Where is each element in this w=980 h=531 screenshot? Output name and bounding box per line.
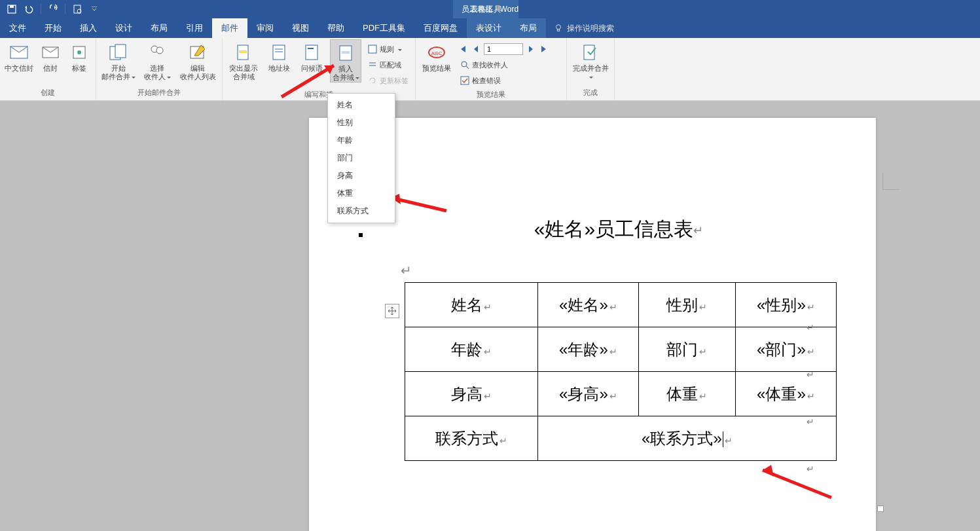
- last-icon: [540, 45, 548, 53]
- insert-merge-field-button[interactable]: 插入合并域: [330, 39, 361, 82]
- tab-help[interactable]: 帮助: [318, 18, 354, 38]
- document-icon: [73, 5, 82, 14]
- preview-results-button[interactable]: ABC 预览结果: [420, 39, 454, 73]
- field-option-department[interactable]: 部门: [328, 149, 395, 167]
- document-heading[interactable]: «姓名»员工信息表↵: [401, 216, 837, 243]
- save-icon: [7, 5, 16, 14]
- save-button[interactable]: [4, 1, 20, 17]
- svg-point-4: [556, 25, 561, 29]
- match-fields-button[interactable]: 匹配域: [365, 58, 411, 72]
- tab-insert[interactable]: 插入: [71, 18, 106, 38]
- field-option-weight[interactable]: 体重: [328, 185, 395, 202]
- rules-button[interactable]: 规则: [365, 42, 411, 56]
- table-move-handle[interactable]: [385, 304, 399, 318]
- tab-layout[interactable]: 布局: [141, 18, 177, 38]
- tab-references[interactable]: 引用: [177, 18, 212, 38]
- group-finish: 完成并合并 完成: [567, 38, 615, 100]
- edit-list-icon: [189, 44, 206, 61]
- group-write-insert-fields: 突出显示合并域 地址块 问候语 插入合并域 规则 匹配域 更新标签 编写和插: [223, 38, 416, 100]
- insert-merge-field-dropdown: 姓名 性别 年龄 部门 身高 体重 联系方式: [327, 93, 395, 223]
- check-errors-button[interactable]: 检查错误: [458, 73, 562, 88]
- next-icon: [528, 45, 534, 53]
- lightbulb-icon: [554, 24, 563, 33]
- update-labels-button: 更新标签: [365, 73, 411, 88]
- first-record-button[interactable]: [458, 44, 468, 54]
- last-record-button[interactable]: [539, 44, 549, 54]
- rules-icon: [368, 45, 377, 54]
- svg-rect-29: [461, 77, 469, 84]
- record-nav: [458, 42, 562, 56]
- finish-merge-button[interactable]: 完成并合并: [571, 39, 610, 81]
- greeting-icon: [304, 44, 319, 61]
- tell-me-label: 操作说明搜索: [567, 23, 614, 34]
- field-option-name[interactable]: 姓名: [328, 96, 395, 114]
- employee-info-table[interactable]: 姓名↵ «姓名»↵ 性别↵ «性别»↵ 年龄↵ «年龄»↵ 部门↵ «部门»↵ …: [405, 282, 837, 461]
- table-row[interactable]: 姓名↵ «姓名»↵ 性别↵ «性别»↵: [405, 283, 837, 327]
- table-row[interactable]: 身高↵ «身高»↵ 体重↵ «体重»↵: [405, 372, 837, 416]
- greeting-line-button[interactable]: 问候语: [297, 39, 326, 73]
- highlight-merge-fields-button[interactable]: 突出显示合并域: [227, 39, 261, 81]
- row-end-mark: ↵: [807, 464, 814, 474]
- redo-icon: [48, 5, 58, 14]
- edit-recipients-button[interactable]: 编辑收件人列表: [177, 39, 218, 81]
- field-option-contact[interactable]: 联系方式: [328, 202, 395, 220]
- svg-rect-1: [10, 5, 14, 8]
- search-icon: [460, 60, 469, 69]
- start-mail-merge-button[interactable]: 开始邮件合并: [100, 39, 137, 81]
- svg-point-27: [462, 62, 467, 67]
- tab-table-design[interactable]: 表设计: [467, 18, 511, 38]
- page-corner-marker: [882, 173, 899, 190]
- recipients-icon: [149, 44, 166, 61]
- table-row[interactable]: 联系方式↵ «联系方式»↵: [405, 416, 837, 461]
- tab-pdf[interactable]: PDF工具集: [354, 18, 414, 38]
- tab-design[interactable]: 设计: [106, 18, 141, 38]
- insert-field-icon: [338, 45, 353, 62]
- move-icon: [388, 306, 397, 316]
- tab-view[interactable]: 视图: [283, 18, 318, 38]
- check-icon: [460, 76, 469, 85]
- label-icon: [72, 45, 86, 60]
- chinese-envelope-button[interactable]: 中文信封: [4, 39, 34, 73]
- field-option-gender[interactable]: 性别: [328, 114, 395, 132]
- tab-file[interactable]: 文件: [0, 18, 35, 38]
- group-preview-results: ABC 预览结果 查找收件人 检查错误 预览结果: [416, 38, 567, 100]
- record-number-input[interactable]: [484, 43, 523, 55]
- redo-button[interactable]: [45, 1, 61, 17]
- find-recipient-button[interactable]: 查找收件人: [458, 58, 562, 72]
- envelope-button[interactable]: 信封: [38, 39, 63, 73]
- table-row[interactable]: 年龄↵ «年龄»↵ 部门↵ «部门»↵: [405, 327, 837, 372]
- address-block-button[interactable]: 地址块: [264, 39, 293, 73]
- chevron-down-icon: [92, 7, 97, 12]
- tab-review[interactable]: 审阅: [247, 18, 283, 38]
- prev-record-button[interactable]: [471, 44, 481, 54]
- tab-baidu[interactable]: 百度网盘: [414, 18, 467, 38]
- tab-home[interactable]: 开始: [35, 18, 71, 38]
- labels-button[interactable]: 标签: [67, 39, 92, 73]
- select-recipients-button[interactable]: 选择收件人: [141, 39, 173, 81]
- anchor-dot: [359, 233, 363, 237]
- tell-me-search[interactable]: 操作说明搜索: [554, 18, 614, 38]
- row-end-mark: ↵: [807, 416, 814, 427]
- print-preview-button[interactable]: [69, 1, 85, 17]
- refresh-icon: [368, 76, 377, 85]
- field-option-height[interactable]: 身高: [328, 167, 395, 185]
- preview-icon: ABC: [427, 45, 446, 60]
- ribbon-tabs: 文件 开始 插入 设计 布局 引用 邮件 审阅 视图 帮助 PDF工具集 百度网…: [0, 18, 980, 38]
- prev-icon: [473, 45, 479, 53]
- next-record-button[interactable]: [526, 44, 536, 54]
- qat-customize-button[interactable]: [86, 1, 102, 17]
- paragraph-mark: ↵: [401, 263, 837, 278]
- first-icon: [459, 45, 467, 53]
- table-resize-handle[interactable]: [877, 505, 884, 512]
- match-icon: [368, 60, 377, 69]
- document-area: «姓名»员工信息表↵ ↵ 姓名↵ «姓名»↵ 性别↵ «性别»↵ 年龄↵ «年龄…: [0, 101, 980, 531]
- field-option-age[interactable]: 年龄: [328, 132, 395, 149]
- undo-button[interactable]: [21, 1, 37, 17]
- text-cursor: [723, 431, 723, 447]
- tab-mailings[interactable]: 邮件: [212, 18, 247, 38]
- svg-rect-20: [306, 45, 318, 60]
- svg-text:ABC: ABC: [431, 50, 443, 56]
- tab-table-layout[interactable]: 布局: [511, 18, 546, 38]
- row-end-mark: ↵: [807, 322, 814, 333]
- svg-rect-23: [342, 51, 350, 54]
